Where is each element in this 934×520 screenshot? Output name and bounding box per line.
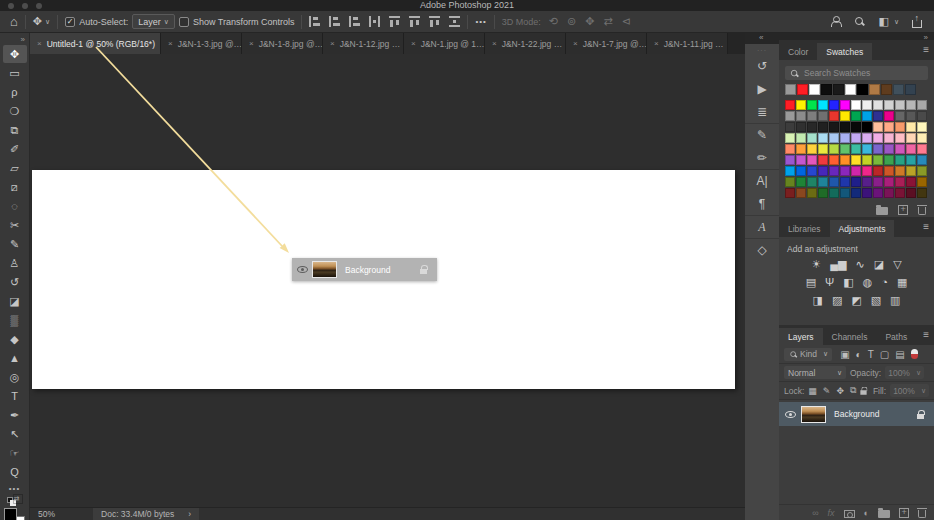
close-tab-icon[interactable]: × (573, 39, 578, 48)
distribute-vertical-icon[interactable] (449, 16, 460, 27)
swatch[interactable] (829, 166, 839, 176)
swatch[interactable] (785, 100, 795, 110)
auto-select-target-dropdown[interactable]: Layer ∨ (132, 14, 175, 29)
quick-selection-tool[interactable]: ❍ (3, 102, 27, 120)
search-icon[interactable] (854, 16, 865, 27)
swatch[interactable] (895, 177, 905, 187)
swatch[interactable] (840, 144, 850, 154)
swatch[interactable] (840, 166, 850, 176)
swatch[interactable] (906, 144, 916, 154)
swatch[interactable] (785, 188, 795, 198)
swatch[interactable] (807, 133, 817, 143)
3d-drag-icon[interactable]: ✥ (585, 15, 594, 28)
filter-shape-layers-icon[interactable]: ▢ (880, 349, 889, 360)
swatch[interactable] (884, 188, 894, 198)
selective-color-icon[interactable]: ▥ (890, 294, 900, 306)
3d-panel-icon[interactable]: ◇ (745, 238, 779, 261)
swatch[interactable] (807, 155, 817, 165)
new-layer-icon[interactable] (899, 508, 909, 518)
swatch[interactable] (851, 177, 861, 187)
lock-transparent-pixels-icon[interactable]: ▦ (808, 386, 817, 396)
type-tool[interactable]: T (3, 387, 27, 405)
channel-mixer-icon[interactable]: ◔ (881, 276, 888, 288)
panel-tab-adjustments[interactable]: Adjustments (830, 220, 895, 237)
swatch[interactable] (895, 188, 905, 198)
swatch[interactable] (796, 155, 806, 165)
swatch[interactable] (785, 144, 795, 154)
swatch[interactable] (809, 84, 820, 95)
swatch[interactable] (881, 84, 892, 95)
brightness-contrast-icon[interactable]: ☀ (811, 258, 821, 270)
swatch[interactable] (895, 111, 905, 121)
swatch[interactable] (884, 133, 894, 143)
lasso-tool[interactable]: ρ (3, 83, 27, 101)
swatch[interactable] (796, 188, 806, 198)
color-balance-icon[interactable]: Ψ (825, 276, 834, 288)
move-tool[interactable]: ✥ (3, 45, 27, 63)
swatch[interactable] (884, 111, 894, 121)
3d-roll-icon[interactable]: ⊚ (567, 15, 576, 28)
swatch[interactable] (807, 177, 817, 187)
color-lookup-icon[interactable]: ▦ (897, 276, 907, 288)
swatch[interactable] (895, 100, 905, 110)
panel-menu-icon[interactable]: ≡ (923, 221, 929, 232)
swatch[interactable] (917, 144, 927, 154)
swatch[interactable] (905, 84, 916, 95)
layer-thumbnail[interactable] (801, 406, 826, 423)
swatch[interactable] (829, 133, 839, 143)
document-tab[interactable]: ×J&N-1-12.jpg … (323, 33, 404, 54)
swatch[interactable] (833, 84, 844, 95)
eraser-tool[interactable]: ◪ (3, 292, 27, 310)
close-tab-icon[interactable]: × (168, 39, 173, 48)
document-tab[interactable]: ×J&N-1.jpg @ 1… (404, 33, 485, 54)
close-tab-icon[interactable]: × (37, 39, 42, 48)
panel-tab-swatches[interactable]: Swatches (817, 43, 872, 60)
swatch[interactable] (862, 177, 872, 187)
foreground-background-colors[interactable] (4, 508, 26, 520)
swatch[interactable] (818, 166, 828, 176)
document-tab[interactable]: ×J&N-1-3.jpg @… (161, 33, 242, 54)
lock-position-icon[interactable]: ✥ (836, 386, 844, 396)
filter-smart-objects-icon[interactable]: ▤ (895, 349, 904, 360)
dock-collapse-icon[interactable]: « (759, 33, 763, 43)
glyphs-panel-icon[interactable]: A (745, 215, 779, 238)
swatch[interactable] (873, 122, 883, 132)
3d-orbit-icon[interactable]: ⟲ (549, 15, 558, 28)
share-user-icon[interactable] (830, 16, 841, 27)
swatch[interactable] (796, 144, 806, 154)
close-tab-icon[interactable]: × (411, 39, 416, 48)
close-tab-icon[interactable]: × (492, 39, 497, 48)
swatch[interactable] (829, 111, 839, 121)
swatch[interactable] (818, 100, 828, 110)
document-info[interactable]: Doc: 33.4M/0 bytes › (93, 508, 199, 520)
path-selection-tool[interactable]: ↖ (3, 425, 27, 443)
dodge-tool[interactable]: ◎ (3, 368, 27, 386)
swatch[interactable] (917, 177, 927, 187)
swatch[interactable] (807, 100, 817, 110)
filter-toggle-icon[interactable] (911, 349, 918, 359)
swatch[interactable] (884, 166, 894, 176)
swatch[interactable] (906, 100, 916, 110)
threshold-icon[interactable]: ◩ (851, 294, 861, 306)
swatch[interactable] (906, 122, 916, 132)
swatch[interactable] (862, 122, 872, 132)
swatch[interactable] (796, 111, 806, 121)
levels-icon[interactable]: ▄▆ (830, 258, 846, 270)
swatch[interactable] (840, 133, 850, 143)
swatch[interactable] (818, 122, 828, 132)
swatch-search[interactable] (785, 66, 928, 80)
swatch[interactable] (829, 144, 839, 154)
swap-colors-icon[interactable]: ⇄ (13, 494, 23, 504)
swatch[interactable] (807, 166, 817, 176)
panel-tab-color[interactable]: Color (779, 43, 817, 60)
home-icon[interactable]: ⌂ (10, 16, 18, 27)
posterize-icon[interactable]: ▨ (832, 294, 842, 306)
swatch[interactable] (807, 111, 817, 121)
swatch[interactable] (851, 144, 861, 154)
swatch[interactable] (906, 188, 916, 198)
status-chevron-icon[interactable]: › (188, 509, 191, 519)
toolbar-expand-icon[interactable]: » (21, 33, 29, 45)
swatch[interactable] (873, 133, 883, 143)
swatch[interactable] (917, 122, 927, 132)
delete-swatch-icon[interactable] (918, 207, 926, 215)
